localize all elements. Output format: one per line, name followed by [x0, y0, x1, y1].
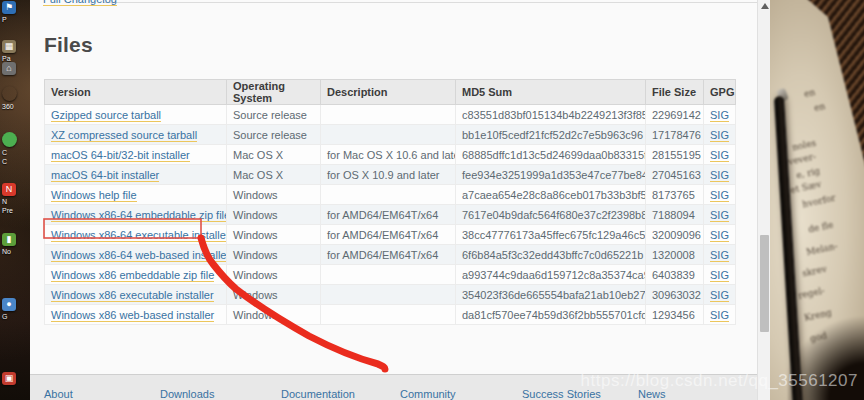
version-cell: Windows x86 embeddable zip file [45, 265, 227, 285]
table-row: Gzipped source tarballSource releasec835… [45, 105, 736, 125]
table-row: macOS 64-bit/32-bit installerMac OS Xfor… [45, 145, 736, 165]
footer-link-documentation[interactable]: Documentation [281, 388, 355, 400]
gpg-cell: SIG [704, 165, 736, 185]
version-link[interactable]: macOS 64-bit installer [51, 169, 159, 182]
filesize-cell: 1320008 [646, 245, 704, 265]
md5-cell: 38cc47776173a45ffec675fc129a46c5 [456, 225, 646, 245]
full-changelog-link[interactable]: Full Changelog [43, 0, 117, 6]
desktop-icon-label: N Pre [2, 197, 30, 215]
os-cell: Windows [227, 305, 321, 325]
version-cell: macOS 64-bit installer [45, 165, 227, 185]
desktop-wallpaper-book-photo: enennolesvever-e, riget Sævhvorforde fle… [770, 0, 864, 400]
version-link[interactable]: Windows x86-64 web-based installer [51, 249, 227, 262]
gpg-cell: SIG [704, 145, 736, 165]
version-cell: macOS 64-bit/32-bit installer [45, 145, 227, 165]
table-row: Windows x86 executable installerWindows3… [45, 285, 736, 305]
table-row: Windows x86-64 embeddable zip fileWindow… [45, 205, 736, 225]
desktop-icon-label: P [2, 15, 30, 24]
filesize-cell: 22969142 [646, 105, 704, 125]
sig-link[interactable]: SIG [710, 229, 729, 242]
md5-cell: c83551d83bf015134b4b2249213f3f85 [456, 105, 646, 125]
sig-link[interactable]: SIG [710, 309, 729, 322]
gpg-cell: SIG [704, 245, 736, 265]
description-cell: for AMD64/EM64T/x64 [321, 205, 456, 225]
table-row: Windows x86 web-based installerWindowsda… [45, 305, 736, 325]
footer-link-success-stories[interactable]: Success Stories [522, 388, 601, 400]
os-cell: Windows [227, 245, 321, 265]
filesize-cell: 32009096 [646, 225, 704, 245]
footer-link-downloads[interactable]: Downloads [160, 388, 214, 400]
version-link[interactable]: Windows x86-64 executable installer [51, 229, 227, 242]
md5-cell: a7caea654e28c8a86ceb017b33b3bf53 [456, 185, 646, 205]
sig-link[interactable]: SIG [710, 129, 729, 142]
version-link[interactable]: macOS 64-bit/32-bit installer [51, 149, 190, 162]
md5-cell: bb1e10f5cedf21fcf52d2c7e5b963c96 [456, 125, 646, 145]
table-header-row: Version Operating System Description MD5… [45, 80, 736, 105]
shortcut-home-glyph-icon: ⌂ [2, 62, 16, 75]
shortcut-browser-icon[interactable]: C C [2, 132, 30, 166]
shortcut-misc-icon[interactable]: ▣ [2, 372, 30, 386]
description-cell [321, 125, 456, 145]
filesize-cell: 6403839 [646, 265, 704, 285]
sig-link[interactable]: SIG [710, 269, 729, 282]
table-row: macOS 64-bit installerMac OS Xfor OS X 1… [45, 165, 736, 185]
screenshot-stage: ⚑P▦Pa⌂360C CNN Pre▮No●G▣ Full Changelog … [0, 0, 864, 400]
os-cell: Source release [227, 125, 321, 145]
sig-link[interactable]: SIG [710, 289, 729, 302]
table-row: Windows x86-64 web-based installerWindow… [45, 245, 736, 265]
version-link[interactable]: Gzipped source tarball [51, 109, 161, 122]
horizontal-divider [103, 2, 757, 3]
filesize-cell: 8173765 [646, 185, 704, 205]
shortcut-flag-icon[interactable]: ⚑P [2, 1, 30, 24]
shortcut-360-icon[interactable]: 360 [2, 86, 30, 111]
column-header-version: Version [45, 80, 227, 105]
footer-link-news[interactable]: News [638, 388, 666, 400]
os-cell: Mac OS X [227, 145, 321, 165]
browser-content: Full Changelog Files Version Operating S… [30, 0, 770, 400]
sig-link[interactable]: SIG [710, 249, 729, 262]
filesize-cell: 7188094 [646, 205, 704, 225]
scrollbar-up-arrow-icon[interactable] [761, 3, 769, 9]
version-link[interactable]: Windows x86 embeddable zip file [51, 269, 214, 282]
os-cell: Windows [227, 265, 321, 285]
sig-link[interactable]: SIG [710, 109, 729, 122]
version-link[interactable]: XZ compressed source tarball [51, 129, 197, 142]
description-cell [321, 265, 456, 285]
version-link[interactable]: Windows help file [51, 189, 137, 202]
os-cell: Windows [227, 205, 321, 225]
sig-link[interactable]: SIG [710, 209, 729, 222]
gpg-cell: SIG [704, 105, 736, 125]
md5-cell: fee934e3251999a1d353e47ce77be84a [456, 165, 646, 185]
shortcut-misc-glyph-icon: ▣ [2, 372, 16, 385]
sig-link[interactable]: SIG [710, 149, 729, 162]
shortcut-photo-icon[interactable]: ▦Pa [2, 40, 30, 63]
footer-link-community[interactable]: Community [400, 388, 456, 400]
shortcut-cloud-icon[interactable]: ●G [2, 298, 30, 321]
filesize-cell: 28155195 [646, 145, 704, 165]
scrollbar-thumb[interactable] [760, 235, 769, 332]
filesize-cell: 30963032 [646, 285, 704, 305]
version-link[interactable]: Windows x86 web-based installer [51, 309, 214, 322]
footer-link-about[interactable]: About [44, 388, 73, 400]
version-cell: Gzipped source tarball [45, 105, 227, 125]
gpg-cell: SIG [704, 285, 736, 305]
description-cell [321, 105, 456, 125]
sig-link[interactable]: SIG [710, 189, 729, 202]
gpg-cell: SIG [704, 265, 736, 285]
shortcut-netease-icon[interactable]: NN Pre [2, 183, 30, 215]
scrollbar[interactable] [757, 0, 770, 400]
gpg-cell: SIG [704, 225, 736, 245]
version-link[interactable]: Windows x86 executable installer [51, 289, 214, 302]
shortcut-notepad-icon[interactable]: ▮No [2, 233, 30, 256]
version-link[interactable]: Windows x86-64 embeddable zip file [51, 209, 227, 222]
version-cell: Windows x86-64 web-based installer [45, 245, 227, 265]
shortcut-photo-glyph-icon: ▦ [2, 40, 16, 53]
version-cell: Windows x86 web-based installer [45, 305, 227, 325]
sig-link[interactable]: SIG [710, 169, 729, 182]
desktop-icon-label: C C [2, 148, 30, 166]
shortcut-home-icon[interactable]: ⌂ [2, 62, 30, 76]
table-row: XZ compressed source tarballSource relea… [45, 125, 736, 145]
desktop-left-strip: ⚑P▦Pa⌂360C CNN Pre▮No●G▣ [0, 0, 30, 400]
filesize-cell: 17178476 [646, 125, 704, 145]
column-header-os: Operating System [227, 80, 321, 105]
